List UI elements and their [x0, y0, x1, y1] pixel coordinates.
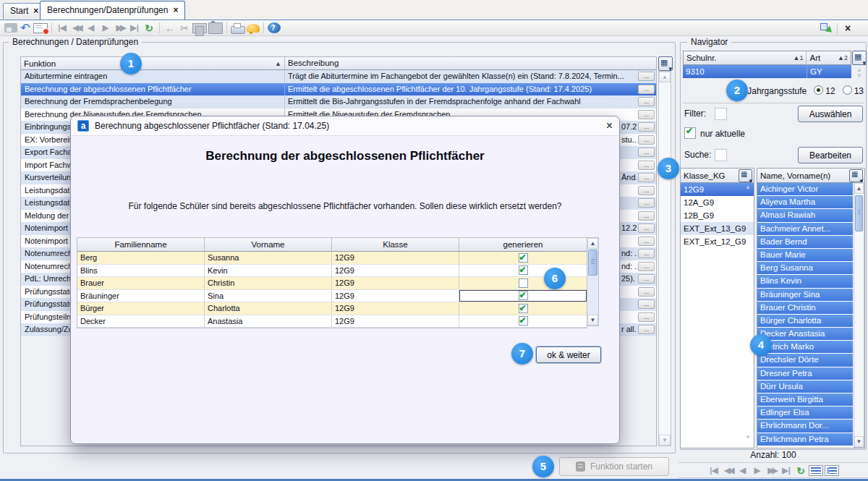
detail-view-icon[interactable]: [825, 465, 839, 476]
suche-checkbox[interactable]: [715, 149, 727, 161]
row-detail-button[interactable]: ...: [638, 161, 655, 170]
klasse-scroll-down-icon[interactable]: ▼: [745, 434, 751, 440]
student-row[interactable]: BergSusanna12G9: [77, 252, 587, 265]
generieren-checkbox[interactable]: [519, 253, 528, 263]
tab-start-close-icon[interactable]: ×: [33, 6, 38, 16]
row-detail-button[interactable]: ...: [638, 299, 655, 309]
row-detail-button[interactable]: ...: [638, 224, 655, 233]
first-record-icon[interactable]: |◀: [707, 464, 720, 477]
klasse-item[interactable]: EXT_Ext_12_G9: [681, 235, 754, 248]
row-detail-button[interactable]: ...: [638, 186, 655, 195]
name-item[interactable]: Brauer Christin: [757, 302, 853, 314]
name-list-header[interactable]: Name, Vorname(n): [757, 169, 864, 183]
school-row[interactable]: 9310 GY: [683, 65, 851, 78]
name-scroll-down-icon[interactable]: ▼: [854, 436, 864, 447]
refresh-icon[interactable]: ↻: [142, 22, 156, 35]
school-column-settings-icon[interactable]: [852, 51, 867, 65]
row-detail-button[interactable]: ...: [638, 274, 655, 284]
generieren-checkbox[interactable]: [519, 265, 528, 275]
row-detail-button[interactable]: ...: [638, 135, 655, 145]
scroll-down-icon[interactable]: ▼: [659, 435, 671, 446]
list-view-icon[interactable]: [809, 465, 823, 476]
name-item[interactable]: Edlinger Elsa: [757, 406, 853, 419]
row-detail-button[interactable]: ...: [638, 85, 655, 94]
jahrgangsstufe-radio-13[interactable]: [843, 85, 852, 95]
commit-record-icon[interactable]: [33, 23, 48, 33]
last-record-icon[interactable]: ▶|: [780, 464, 793, 477]
row-detail-button[interactable]: ...: [638, 72, 655, 81]
close-module-icon[interactable]: ×: [841, 22, 854, 35]
refresh-icon[interactable]: ↻: [794, 464, 807, 477]
function-row[interactable]: Berechnung der FremdsprachenbelegungErmi…: [21, 95, 656, 108]
function-table-header[interactable]: Funktion ▲ Beschreibung: [21, 57, 656, 70]
name-scrollbar-thumb[interactable]: [855, 195, 863, 231]
row-detail-button[interactable]: ...: [638, 287, 655, 297]
student-row[interactable]: DeckerAnastasia12G9: [77, 315, 587, 328]
dialog-table-scrollbar[interactable]: ▲ ▼: [587, 237, 599, 326]
ok-weiter-button[interactable]: ok & weiter: [536, 346, 601, 363]
klasse-item[interactable]: EXT_Ext_13_G9: [681, 222, 754, 235]
undo-icon[interactable]: ↶: [19, 22, 32, 35]
filter-checkbox[interactable]: [715, 108, 727, 120]
first-record-icon[interactable]: |◀: [56, 22, 69, 35]
column-header-beschreibung[interactable]: Beschreibung: [284, 57, 637, 69]
next-record-icon[interactable]: ▶: [751, 464, 764, 477]
save-icon[interactable]: [4, 23, 17, 33]
generieren-checkbox[interactable]: [519, 304, 528, 313]
paste-icon[interactable]: [208, 22, 223, 34]
name-item[interactable]: Aliyeva Martha: [757, 196, 853, 208]
name-item[interactable]: Bräuninger Sina: [757, 289, 853, 301]
dialog-close-icon[interactable]: ×: [606, 120, 613, 132]
name-item[interactable]: Berg Susanna: [757, 262, 853, 274]
name-item[interactable]: Eberwein Birgitta: [757, 393, 853, 406]
klasse-scroll-up-icon[interactable]: ▲: [745, 184, 751, 190]
name-column-settings-icon[interactable]: [849, 169, 863, 182]
klasse-item[interactable]: 12B_G9: [681, 209, 754, 222]
klasse-item[interactable]: 12A_G9: [681, 196, 754, 209]
dialog-scroll-down-icon[interactable]: ▼: [587, 315, 598, 325]
row-detail-button[interactable]: ...: [638, 237, 655, 246]
fast-back-icon[interactable]: ◀◀: [70, 22, 83, 35]
cut-icon[interactable]: ✂: [178, 22, 191, 35]
scroll-up-icon[interactable]: ▲: [659, 72, 671, 82]
klasse-column-settings-icon[interactable]: [739, 169, 752, 182]
fast-back-icon[interactable]: ◀◀: [722, 464, 735, 477]
prev-record-icon[interactable]: ◀: [736, 464, 749, 477]
name-item[interactable]: Drechsler Dörte: [757, 354, 853, 366]
column-header-art[interactable]: Art ▲2: [807, 51, 851, 64]
dialog-scrollbar-thumb[interactable]: [588, 250, 597, 276]
name-item[interactable]: Bauer Marie: [757, 249, 853, 261]
name-item[interactable]: Bachmeier Annet...: [757, 223, 853, 235]
copy-icon[interactable]: [192, 23, 207, 33]
nur-aktuelle-checkbox[interactable]: [684, 127, 696, 139]
column-settings-icon[interactable]: [658, 56, 673, 71]
switch-window-icon[interactable]: [820, 23, 833, 34]
generieren-checkbox[interactable]: [519, 291, 528, 300]
print-icon[interactable]: [231, 26, 245, 34]
klasse-item[interactable]: 12G9: [681, 183, 754, 196]
back-arrow-icon[interactable]: ←: [163, 22, 176, 35]
student-row[interactable]: BlinsKevin12G9: [77, 265, 587, 278]
student-row[interactable]: BürgerCharlotta12G9: [77, 302, 587, 315]
name-item[interactable]: Blins Kevin: [757, 275, 853, 287]
row-detail-button[interactable]: ...: [638, 249, 655, 258]
column-header-schulnr[interactable]: Schulnr. ▲1: [684, 51, 807, 64]
name-scroll-up-icon[interactable]: ▲: [854, 183, 864, 194]
dialog-scroll-up-icon[interactable]: ▲: [587, 238, 598, 249]
name-item[interactable]: Almasi Rawiah: [757, 209, 853, 221]
row-detail-button[interactable]: ...: [638, 198, 655, 208]
name-item[interactable]: Bürger Charlotta: [757, 315, 853, 327]
next-record-icon[interactable]: ▶: [99, 22, 112, 35]
dialog-title-bar[interactable]: a Berechnung abgeschlossener Pflichtfäch…: [71, 116, 619, 136]
row-detail-button[interactable]: ...: [638, 148, 655, 157]
student-row[interactable]: BräuningerSina12G9: [77, 290, 587, 303]
last-record-icon[interactable]: ▶|: [128, 22, 141, 35]
tab-berechnungen-close-icon[interactable]: ×: [173, 5, 178, 15]
row-detail-button[interactable]: ...: [638, 312, 655, 322]
name-item[interactable]: Aichinger Victor: [757, 183, 853, 195]
main-table-scrollbar[interactable]: ▲ ▼: [658, 71, 671, 446]
function-row[interactable]: Abiturtermine eintragenTrägt die Abiturt…: [21, 70, 656, 83]
row-detail-button[interactable]: ...: [638, 262, 655, 271]
name-item[interactable]: Ehrlichmann Dor...: [757, 420, 853, 432]
name-item[interactable]: Bader Bernd: [757, 236, 853, 248]
